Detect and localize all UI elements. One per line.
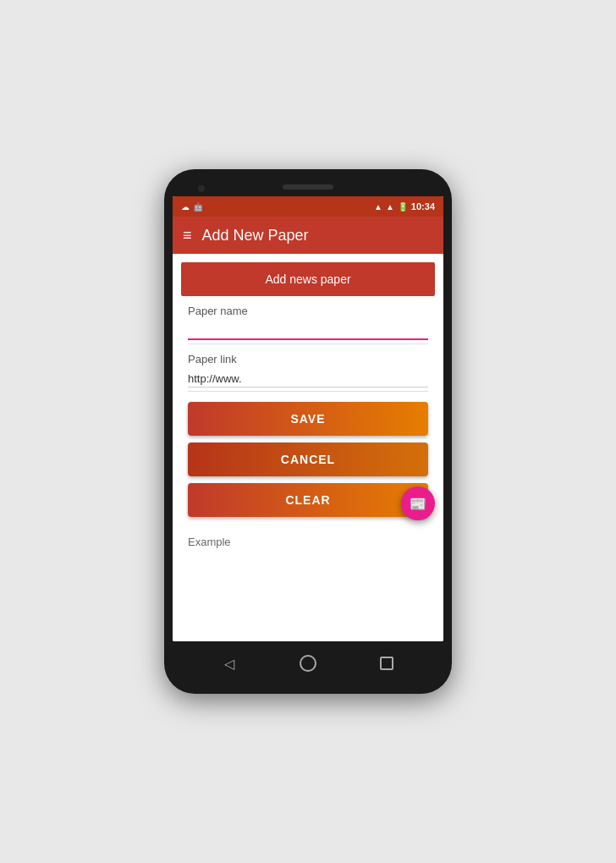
toolbar-title: Add New Paper: [202, 227, 309, 245]
cancel-button[interactable]: CANCEL: [188, 442, 428, 476]
content-area: Add news paper Paper name Paper link SAV…: [173, 254, 443, 641]
paper-name-section: Paper name: [188, 296, 428, 344]
home-icon: [300, 655, 316, 672]
status-time: 10:34: [411, 201, 435, 212]
speaker: [283, 184, 333, 190]
signal-icon: ▲: [386, 202, 394, 212]
phone-screen: ☁ 🤖 ▲ ▲ 🔋 10:34 ≡ Add New Paper Add news…: [173, 196, 443, 641]
clear-button[interactable]: CLEAR: [188, 483, 428, 517]
example-section: Example: [188, 527, 428, 557]
phone-frame: ☁ 🤖 ▲ ▲ 🔋 10:34 ≡ Add New Paper Add news…: [164, 169, 452, 694]
paper-link-label: Paper link: [188, 353, 428, 366]
battery-icon: 🔋: [398, 202, 408, 212]
menu-icon[interactable]: ≡: [183, 227, 192, 245]
fab-icon: 📰: [410, 496, 426, 512]
paper-name-input[interactable]: [188, 322, 428, 340]
cloud-icon: ☁: [181, 202, 190, 212]
camera: [198, 185, 205, 192]
form-body: Paper name Paper link SAVE CANCEL CLEAR …: [181, 296, 435, 641]
buttons-area: SAVE CANCEL CLEAR 📰: [188, 392, 428, 527]
paper-link-input[interactable]: [188, 371, 428, 388]
nav-recent-button[interactable]: [373, 650, 400, 677]
form-header: Add news paper: [181, 262, 435, 296]
form-header-text: Add news paper: [195, 272, 421, 286]
paper-name-label: Paper name: [188, 305, 428, 317]
status-bar: ☁ 🤖 ▲ ▲ 🔋 10:34: [173, 196, 443, 217]
android-icon: 🤖: [193, 202, 203, 212]
nav-home-button[interactable]: [294, 650, 322, 677]
wifi-icon: ▲: [374, 202, 382, 212]
toolbar: ≡ Add New Paper: [173, 217, 443, 254]
phone-bottom-bar: ◁: [173, 645, 443, 682]
phone-top-bar: [173, 181, 443, 196]
paper-link-section: Paper link: [188, 344, 428, 392]
example-text: Example: [188, 536, 428, 548]
save-button[interactable]: SAVE: [188, 402, 428, 436]
nav-back-button[interactable]: ◁: [216, 650, 243, 677]
status-icons-right: ▲ ▲ 🔋 10:34: [374, 201, 435, 212]
back-icon: ◁: [224, 656, 234, 672]
fab-button[interactable]: 📰: [401, 486, 435, 520]
status-icons-left: ☁ 🤖: [181, 202, 203, 212]
recent-icon: [380, 657, 393, 670]
